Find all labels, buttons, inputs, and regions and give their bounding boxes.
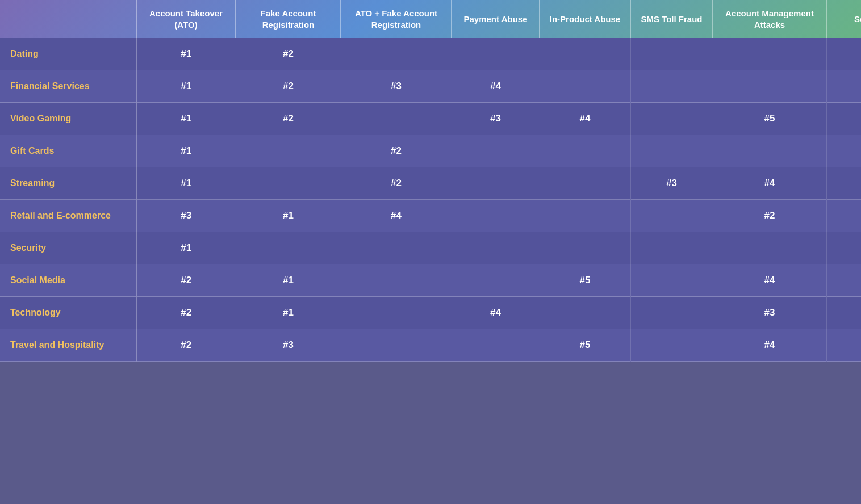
scraping-cell: #3 xyxy=(826,264,861,297)
ato-cell: #2 xyxy=(136,297,236,329)
payment-cell: #3 xyxy=(452,103,540,135)
header-fake: Fake Account Regisitration xyxy=(236,0,341,38)
inprod-cell xyxy=(540,200,630,232)
payment-cell xyxy=(452,167,540,200)
industry-cell: Dating xyxy=(0,38,136,70)
industry-cell: Financial Services xyxy=(0,70,136,103)
industry-attacks-table: Account Takeover (ATO) Fake Account Regi… xyxy=(0,0,861,362)
ato-fake-cell xyxy=(341,103,452,135)
acct-mgmt-cell xyxy=(713,135,826,167)
inprod-cell xyxy=(540,70,630,103)
scraping-cell xyxy=(826,103,861,135)
inprod-cell: #5 xyxy=(540,329,630,362)
industry-cell: Streaming xyxy=(0,167,136,200)
fake-cell: #3 xyxy=(236,329,341,362)
industry-cell: Video Gaming xyxy=(0,103,136,135)
ato-fake-cell: #2 xyxy=(341,135,452,167)
table-row: Financial Services#1#2#3#4 xyxy=(0,70,861,103)
payment-cell xyxy=(452,329,540,362)
table-row: Streaming#1#2#3#4 xyxy=(0,167,861,200)
inprod-cell: #4 xyxy=(540,103,630,135)
table-row: Technology#2#1#4#3 xyxy=(0,297,861,329)
sms-cell xyxy=(630,103,713,135)
acct-mgmt-cell: #2 xyxy=(713,200,826,232)
acct-mgmt-cell: #3 xyxy=(713,297,826,329)
header-inprod: In-Product Abuse xyxy=(540,0,630,38)
ato-fake-cell xyxy=(341,264,452,297)
ato-fake-cell: #4 xyxy=(341,200,452,232)
sms-cell xyxy=(630,232,713,264)
inprod-cell xyxy=(540,135,630,167)
sms-cell xyxy=(630,200,713,232)
acct-mgmt-cell xyxy=(713,38,826,70)
header-row: Account Takeover (ATO) Fake Account Regi… xyxy=(0,0,861,38)
industry-cell: Security xyxy=(0,232,136,264)
fake-cell xyxy=(236,135,341,167)
sms-cell xyxy=(630,329,713,362)
industry-cell: Retail and E-commerce xyxy=(0,200,136,232)
ato-fake-cell: #2 xyxy=(341,167,452,200)
table-row: Dating#1#2 xyxy=(0,38,861,70)
acct-mgmt-cell: #4 xyxy=(713,264,826,297)
sms-cell: #3 xyxy=(630,167,713,200)
ato-fake-cell xyxy=(341,38,452,70)
table-row: Social Media#2#1#5#4#3 xyxy=(0,264,861,297)
payment-cell: #4 xyxy=(452,70,540,103)
payment-cell xyxy=(452,232,540,264)
ato-fake-cell: #3 xyxy=(341,70,452,103)
scraping-cell xyxy=(826,70,861,103)
scraping-cell xyxy=(826,135,861,167)
acct-mgmt-cell: #5 xyxy=(713,103,826,135)
acct-mgmt-cell xyxy=(713,70,826,103)
ato-cell: #1 xyxy=(136,38,236,70)
ato-cell: #1 xyxy=(136,167,236,200)
scraping-cell xyxy=(826,200,861,232)
payment-cell xyxy=(452,135,540,167)
payment-cell xyxy=(452,38,540,70)
sms-cell xyxy=(630,264,713,297)
payment-cell: #4 xyxy=(452,297,540,329)
inprod-cell xyxy=(540,38,630,70)
table-row: Travel and Hospitality#2#3#5#4#1 xyxy=(0,329,861,362)
fake-cell: #2 xyxy=(236,103,341,135)
inprod-cell xyxy=(540,232,630,264)
scraping-cell xyxy=(826,232,861,264)
inprod-cell xyxy=(540,167,630,200)
fake-cell: #1 xyxy=(236,264,341,297)
ato-cell: #1 xyxy=(136,103,236,135)
ato-cell: #1 xyxy=(136,70,236,103)
sms-cell xyxy=(630,297,713,329)
table-row: Video Gaming#1#2#3#4#5 xyxy=(0,103,861,135)
payment-cell xyxy=(452,200,540,232)
ato-cell: #1 xyxy=(136,135,236,167)
sms-cell xyxy=(630,135,713,167)
acct-mgmt-cell: #4 xyxy=(713,329,826,362)
header-payment: Payment Abuse xyxy=(452,0,540,38)
fake-cell: #1 xyxy=(236,200,341,232)
ato-cell: #2 xyxy=(136,329,236,362)
industry-cell: Technology xyxy=(0,297,136,329)
header-acct-mgmt: Account Management Attacks xyxy=(713,0,826,38)
inprod-cell xyxy=(540,297,630,329)
scraping-cell: #1 xyxy=(826,329,861,362)
sms-cell xyxy=(630,38,713,70)
industry-cell: Travel and Hospitality xyxy=(0,329,136,362)
header-industry xyxy=(0,0,136,38)
industry-cell: Social Media xyxy=(0,264,136,297)
scraping-cell xyxy=(826,297,861,329)
ato-fake-cell xyxy=(341,297,452,329)
acct-mgmt-cell: #4 xyxy=(713,167,826,200)
ato-fake-cell xyxy=(341,232,452,264)
acct-mgmt-cell xyxy=(713,232,826,264)
ato-fake-cell xyxy=(341,329,452,362)
fake-cell: #2 xyxy=(236,38,341,70)
header-sms: SMS Toll Fraud xyxy=(630,0,713,38)
fake-cell xyxy=(236,232,341,264)
sms-cell xyxy=(630,70,713,103)
table-row: Security#1 xyxy=(0,232,861,264)
fake-cell: #1 xyxy=(236,297,341,329)
header-ato-fake: ATO + Fake Account Registration xyxy=(341,0,452,38)
fake-cell xyxy=(236,167,341,200)
ato-cell: #3 xyxy=(136,200,236,232)
scraping-cell xyxy=(826,167,861,200)
